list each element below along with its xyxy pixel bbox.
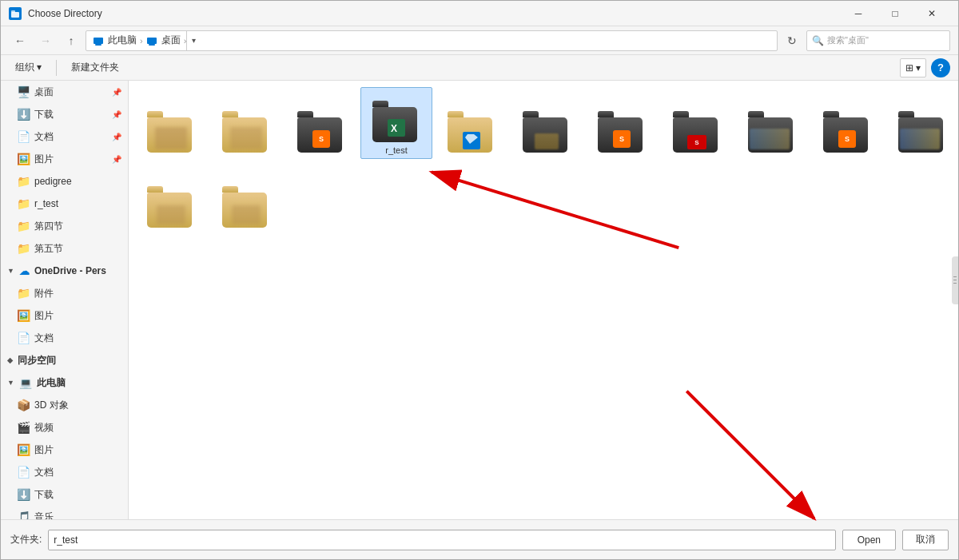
rtest-icon: 📁 [17, 197, 30, 210]
onedrive-icon: ☁ [19, 265, 30, 277]
sidebar-item-video[interactable]: 🎬 视频 [1, 416, 128, 439]
thispc-label: 此电脑 [37, 376, 66, 390]
sidebar-item-label: 图片 [34, 443, 54, 457]
help-button[interactable]: ? [931, 58, 950, 77]
file-item-f5[interactable] [436, 87, 507, 159]
chap4-icon: 📁 [17, 220, 30, 232]
sidebar-item-attachments[interactable]: 📁 附件 [1, 282, 128, 304]
sync-label: 同步空间 [18, 354, 56, 367]
file-item-f3[interactable]: S [285, 87, 357, 159]
cancel-button[interactable]: 取消 [902, 530, 949, 550]
sidebar-item-pic2[interactable]: 🖼️ 图片 [1, 439, 128, 461]
attachments-icon: 📁 [17, 287, 30, 300]
sync-section[interactable]: ◆ 同步空间 [1, 349, 128, 371]
pic2-icon: 🖼️ [17, 443, 30, 456]
maximize-button[interactable]: □ [877, 1, 913, 26]
sync-expand-icon: ◆ [7, 356, 13, 364]
svg-rect-0 [11, 12, 19, 18]
sidebar-item-doc2[interactable]: 📄 文档 [1, 461, 128, 483]
sidebar-item-downloads[interactable]: ⬇️ 下载 📌 [1, 103, 128, 125]
sidebar-item-label: 第五节 [34, 242, 63, 256]
back-button[interactable]: ← [9, 30, 31, 52]
organize-button[interactable]: 组织 ▾ [9, 58, 48, 77]
forward-button[interactable]: → [34, 30, 57, 52]
search-placeholder: 搜索"桌面" [827, 34, 869, 46]
expand-icon: ▼ [7, 267, 14, 275]
sidebar-item-label: 图片 [34, 309, 54, 323]
pedigree-icon: 📁 [17, 175, 30, 188]
svg-rect-3 [95, 44, 101, 46]
sidebar-item-label: 文档 [34, 130, 54, 144]
sidebar-item-music[interactable]: 🎵 音乐 [1, 506, 128, 519]
search-bar: 🔍 搜索"桌面" [806, 30, 950, 51]
sidebar-item-label: 3D 对象 [34, 399, 69, 412]
new-folder-button[interactable]: 新建文件夹 [65, 58, 125, 77]
action-toolbar: 组织 ▾ 新建文件夹 ⊞ ▾ ? [1, 55, 958, 81]
sidebar-item-3d[interactable]: 📦 3D 对象 [1, 394, 128, 416]
thispc-section[interactable]: ▼ 💻 此电脑 [1, 371, 128, 394]
bottom-bar: 文件夹: Open 取消 [1, 519, 958, 559]
file-item-f10[interactable]: S [811, 87, 883, 159]
open-button[interactable]: Open [842, 530, 896, 550]
file-row-2 [135, 162, 952, 234]
file-row-1: S X r_test [135, 87, 952, 159]
thispc-expand-icon: ▼ [7, 379, 14, 387]
sidebar-item-desktop[interactable]: 🖥️ 桌面 📌 [1, 81, 128, 103]
file-item-f8[interactable]: S [661, 87, 733, 159]
od-docs-icon: 📄 [17, 332, 30, 344]
file-item-rtest[interactable]: X r_test [360, 87, 432, 159]
sidebar-item-dl2[interactable]: ⬇️ 下载 [1, 483, 128, 506]
sidebar-item-label: pedigree [34, 176, 72, 187]
docs-icon: 📄 [17, 130, 30, 143]
main-content: 🖥️ 桌面 📌 ⬇️ 下载 📌 📄 文档 📌 🖼️ 图片 📌 📁 [1, 81, 958, 519]
view-button[interactable]: ⊞ ▾ [900, 58, 926, 77]
sidebar-item-label: r_test [34, 198, 58, 209]
filename-input[interactable] [48, 530, 835, 550]
video-icon: 🎬 [17, 421, 30, 434]
sidebar-item-label: 附件 [34, 287, 54, 300]
sidebar-item-label: 下载 [34, 108, 54, 121]
file-item-f9[interactable] [736, 87, 808, 159]
address-bar[interactable]: 此电脑 › 桌面 › ▾ [86, 30, 778, 51]
onedrive-section[interactable]: ▼ ☁ OneDrive - Pers [1, 260, 128, 282]
sidebar-item-pictures[interactable]: 🖼️ 图片 📌 [1, 148, 128, 170]
desktop-icon: 🖥️ [17, 85, 30, 98]
up-button[interactable]: ↑ [60, 30, 82, 52]
sidebar-item-label: 文档 [34, 332, 54, 345]
sidebar-item-label: 下载 [34, 488, 54, 502]
chap5-icon: 📁 [17, 242, 30, 255]
scroll-hint [952, 256, 958, 304]
sidebar-item-label: 文档 [34, 466, 54, 479]
sidebar-item-chap5[interactable]: 📁 第五节 [1, 237, 128, 260]
file-item-f12[interactable] [135, 162, 207, 234]
sidebar-item-pedigree[interactable]: 📁 pedigree [1, 170, 128, 193]
od-pics-icon: 🖼️ [17, 309, 30, 322]
breadcrumb: 此电脑 › 桌面 › [93, 34, 186, 47]
pin-icon4: 📌 [112, 155, 121, 164]
sidebar-item-label: 图片 [34, 153, 54, 166]
title-bar: Choose Directory ─ □ ✕ [1, 1, 958, 26]
toolbar-separator [56, 60, 57, 76]
sidebar-item-label: 视频 [34, 421, 54, 435]
sidebar-item-docs[interactable]: 📄 文档 📌 [1, 125, 128, 148]
file-item-f2[interactable] [210, 87, 282, 159]
file-item-f1[interactable] [135, 87, 207, 159]
file-item-f13[interactable] [210, 162, 282, 234]
sidebar-item-od-pics[interactable]: 🖼️ 图片 [1, 304, 128, 327]
sidebar-item-chap4[interactable]: 📁 第四节 [1, 215, 128, 237]
pin-icon3: 📌 [112, 133, 121, 141]
3d-icon: 📦 [17, 399, 30, 411]
file-item-f7[interactable]: S [586, 87, 658, 159]
svg-rect-1 [11, 10, 15, 13]
refresh-button[interactable]: ↻ [781, 30, 803, 52]
address-dropdown-btn[interactable]: ▾ [186, 30, 201, 51]
sidebar-item-od-docs[interactable]: 📄 文档 [1, 327, 128, 349]
close-button[interactable]: ✕ [913, 1, 950, 26]
sidebar-item-rtest[interactable]: 📁 r_test [1, 193, 128, 215]
minimize-button[interactable]: ─ [840, 1, 877, 26]
file-item-f6[interactable] [511, 87, 583, 159]
file-label-rtest: r_test [385, 145, 408, 155]
svg-rect-5 [149, 44, 155, 46]
downloads-icon: ⬇️ [17, 108, 30, 121]
file-item-f11[interactable] [886, 87, 958, 159]
